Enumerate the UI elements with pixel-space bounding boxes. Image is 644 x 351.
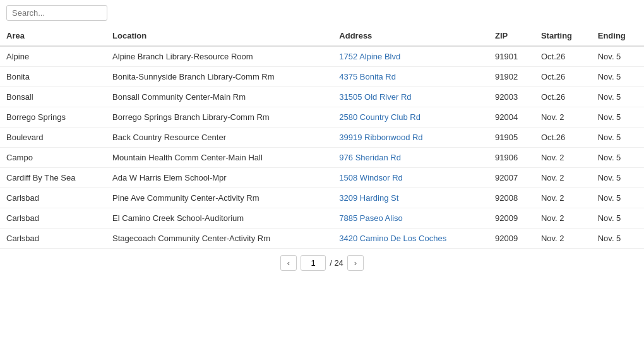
address-link[interactable]: 39919 Ribbonwood Rd [339, 133, 422, 142]
data-table: Area Location Address ZIP Starting Endin… [0, 26, 644, 249]
address-link[interactable]: 4375 Bonita Rd [339, 72, 396, 81]
cell-location: Borrego Springs Branch Library-Comm Rm [106, 107, 333, 128]
cell-starting: Nov. 2 [535, 229, 592, 249]
cell-area: Bonita [0, 67, 106, 87]
cell-zip: 91901 [489, 46, 535, 67]
cell-address: 31505 Old River Rd [333, 87, 489, 107]
address-link[interactable]: 3209 Harding St [339, 193, 398, 203]
address-link[interactable]: 1752 Alpine Blvd [339, 52, 400, 61]
table-row: BonsallBonsall Community Center-Main Rm3… [0, 87, 644, 107]
cell-location: Stagecoach Community Center-Activity Rm [106, 229, 333, 249]
address-link[interactable]: 7885 Paseo Aliso [339, 213, 402, 223]
cell-zip: 91906 [489, 148, 535, 168]
address-link[interactable]: 2580 Country Club Rd [339, 112, 420, 122]
cell-starting: Nov. 2 [535, 168, 592, 188]
table-header: Area Location Address ZIP Starting Endin… [0, 26, 644, 46]
cell-ending: Nov. 5 [592, 188, 644, 208]
cell-ending: Nov. 5 [592, 128, 644, 148]
col-location: Location [106, 26, 333, 46]
cell-area: Campo [0, 148, 106, 168]
cell-zip: 92009 [489, 229, 535, 249]
table-row: AlpineAlpine Branch Library-Resource Roo… [0, 46, 644, 67]
next-page-button[interactable]: › [347, 255, 364, 271]
cell-area: Cardiff By The Sea [0, 168, 106, 188]
cell-address: 1752 Alpine Blvd [333, 46, 489, 67]
cell-address: 2580 Country Club Rd [333, 107, 489, 128]
cell-area: Borrego Springs [0, 107, 106, 128]
address-link[interactable]: 3420 Camino De Los Coches [339, 234, 446, 243]
cell-location: Back Country Resource Center [106, 128, 333, 148]
table-body: AlpineAlpine Branch Library-Resource Roo… [0, 46, 644, 249]
cell-starting: Oct.26 [535, 67, 592, 87]
table-row: Cardiff By The SeaAda W Harris Elem Scho… [0, 168, 644, 188]
cell-ending: Nov. 5 [592, 46, 644, 67]
col-starting: Starting [535, 26, 592, 46]
pagination: ‹ / 24 › [0, 249, 644, 277]
cell-area: Carlsbad [0, 188, 106, 208]
address-link[interactable]: 976 Sheridan Rd [339, 153, 401, 162]
cell-ending: Nov. 5 [592, 67, 644, 87]
cell-address: 3209 Harding St [333, 188, 489, 208]
address-link[interactable]: 1508 Windsor Rd [339, 173, 402, 182]
table-row: CarlsbadEl Camino Creek School-Auditoriu… [0, 208, 644, 229]
table-row: BonitaBonita-Sunnyside Branch Library-Co… [0, 67, 644, 87]
col-zip: ZIP [489, 26, 535, 46]
cell-area: Carlsbad [0, 229, 106, 249]
cell-location: Ada W Harris Elem School-Mpr [106, 168, 333, 188]
cell-location: El Camino Creek School-Auditorium [106, 208, 333, 229]
cell-address: 4375 Bonita Rd [333, 67, 489, 87]
cell-address: 976 Sheridan Rd [333, 148, 489, 168]
cell-starting: Nov. 2 [535, 188, 592, 208]
cell-zip: 91905 [489, 128, 535, 148]
address-link[interactable]: 31505 Old River Rd [339, 92, 411, 102]
page-total: / 24 [330, 258, 343, 268]
cell-area: Bonsall [0, 87, 106, 107]
cell-ending: Nov. 5 [592, 107, 644, 128]
cell-starting: Oct.26 [535, 46, 592, 67]
cell-location: Bonita-Sunnyside Branch Library-Comm Rm [106, 67, 333, 87]
cell-location: Alpine Branch Library-Resource Room [106, 46, 333, 67]
search-input[interactable] [6, 5, 107, 21]
cell-starting: Nov. 2 [535, 148, 592, 168]
cell-ending: Nov. 5 [592, 148, 644, 168]
cell-zip: 92007 [489, 168, 535, 188]
cell-ending: Nov. 5 [592, 229, 644, 249]
table-row: CampoMountain Health Comm Center-Main Ha… [0, 148, 644, 168]
cell-zip: 92009 [489, 208, 535, 229]
cell-address: 3420 Camino De Los Coches [333, 229, 489, 249]
cell-ending: Nov. 5 [592, 168, 644, 188]
cell-address: 39919 Ribbonwood Rd [333, 128, 489, 148]
cell-address: 1508 Windsor Rd [333, 168, 489, 188]
cell-location: Pine Ave Community Center-Activity Rm [106, 188, 333, 208]
cell-starting: Nov. 2 [535, 107, 592, 128]
cell-area: Boulevard [0, 128, 106, 148]
col-address: Address [333, 26, 489, 46]
col-area: Area [0, 26, 106, 46]
cell-zip: 92003 [489, 87, 535, 107]
cell-starting: Oct.26 [535, 87, 592, 107]
cell-zip: 92008 [489, 188, 535, 208]
cell-location: Bonsall Community Center-Main Rm [106, 87, 333, 107]
cell-zip: 91902 [489, 67, 535, 87]
search-container [0, 0, 644, 26]
cell-area: Carlsbad [0, 208, 106, 229]
table-row: Borrego SpringsBorrego Springs Branch Li… [0, 107, 644, 128]
col-ending: Ending [592, 26, 644, 46]
cell-starting: Oct.26 [535, 128, 592, 148]
cell-ending: Nov. 5 [592, 87, 644, 107]
page-number-input[interactable] [301, 255, 326, 271]
prev-page-button[interactable]: ‹ [280, 255, 297, 271]
cell-ending: Nov. 5 [592, 208, 644, 229]
table-row: CarlsbadPine Ave Community Center-Activi… [0, 188, 644, 208]
cell-area: Alpine [0, 46, 106, 67]
table-row: CarlsbadStagecoach Community Center-Acti… [0, 229, 644, 249]
cell-starting: Nov. 2 [535, 208, 592, 229]
cell-location: Mountain Health Comm Center-Main Hall [106, 148, 333, 168]
cell-zip: 92004 [489, 107, 535, 128]
table-row: BoulevardBack Country Resource Center399… [0, 128, 644, 148]
cell-address: 7885 Paseo Aliso [333, 208, 489, 229]
